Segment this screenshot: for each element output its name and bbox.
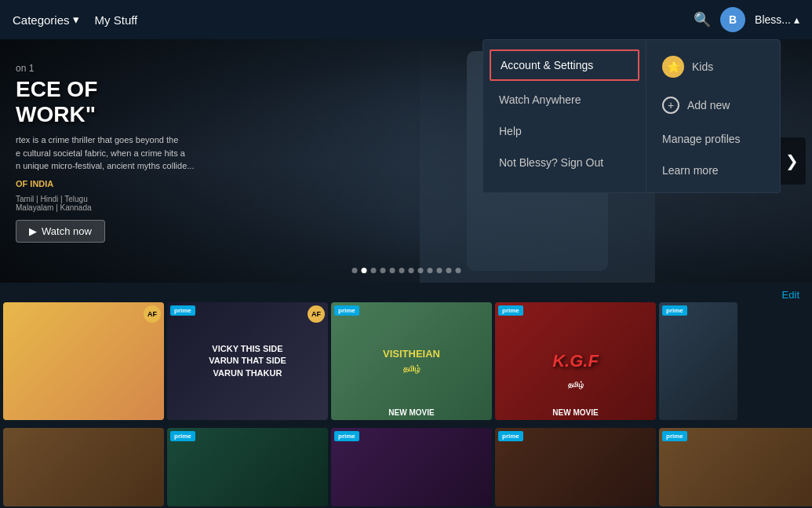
learn-more-item[interactable]: Learn more xyxy=(646,155,780,186)
learn-more-label: Learn more xyxy=(662,164,719,177)
watch-anywhere-label: Watch Anywhere xyxy=(499,93,581,106)
account-settings-label: Account & Settings xyxy=(501,59,593,71)
add-new-item[interactable]: + Add new xyxy=(646,87,780,123)
dropdown-overlay: Account & Settings Watch Anywhere Help N… xyxy=(0,0,812,508)
dropdown-menu: Account & Settings Watch Anywhere Help N… xyxy=(482,39,781,193)
add-icon: + xyxy=(662,97,679,114)
kids-icon: 🌟 xyxy=(662,56,684,78)
kids-label: Kids xyxy=(692,60,713,73)
dropdown-right-column: 🌟 Kids + Add new Manage profiles Learn m… xyxy=(646,40,780,192)
watch-anywhere-item[interactable]: Watch Anywhere xyxy=(483,84,646,115)
kids-item[interactable]: 🌟 Kids xyxy=(646,46,780,87)
manage-profiles-label: Manage profiles xyxy=(662,133,741,145)
add-new-label: Add new xyxy=(687,99,730,111)
dropdown-left-column: Account & Settings Watch Anywhere Help N… xyxy=(483,40,646,192)
help-item[interactable]: Help xyxy=(483,115,646,147)
sign-out-item[interactable]: Not Blessy? Sign Out xyxy=(483,147,646,178)
sign-out-label: Not Blessy? Sign Out xyxy=(499,156,603,169)
account-settings-item[interactable]: Account & Settings xyxy=(490,49,639,81)
manage-profiles-item[interactable]: Manage profiles xyxy=(646,123,780,155)
help-label: Help xyxy=(499,125,522,137)
